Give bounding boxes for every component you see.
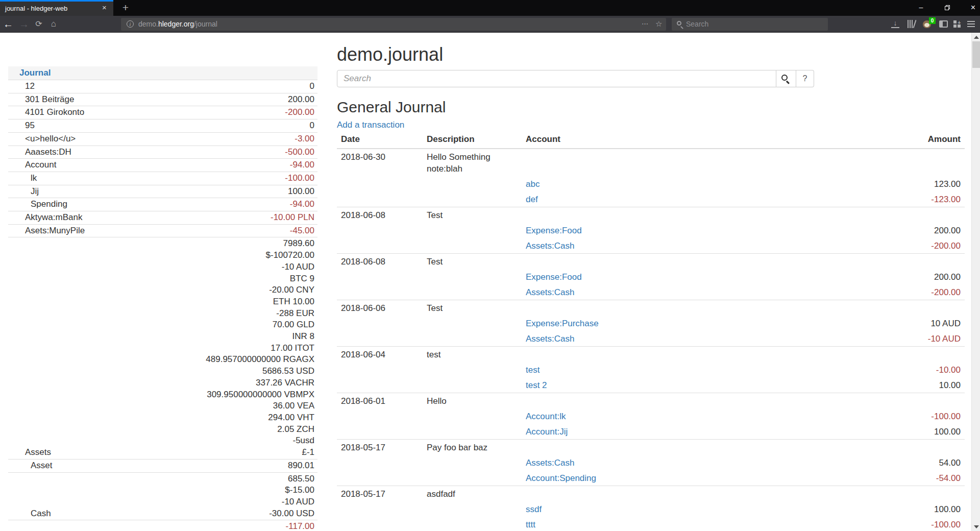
- scroll-down-icon[interactable]: [974, 525, 979, 528]
- posting-row: ssdf100.00: [337, 501, 965, 517]
- posting-amount: -10.00: [822, 362, 965, 377]
- posting-account-link[interactable]: Assets:Cash: [526, 241, 574, 251]
- sidebar-account-link[interactable]: Aaasets:DH: [25, 147, 71, 157]
- browser-search-field[interactable]: Search: [672, 18, 828, 31]
- transaction-row[interactable]: 2018-06-01Hello: [337, 393, 965, 409]
- posting-amount: 123.00: [822, 176, 965, 191]
- spacer-cell: [337, 269, 423, 284]
- transaction-date: 2018-06-01: [337, 393, 423, 409]
- window-restore-button[interactable]: [936, 0, 959, 16]
- posting-account-link[interactable]: ssdf: [526, 504, 542, 514]
- transaction-row[interactable]: 2018-06-06Test: [337, 300, 965, 316]
- journal-search-button[interactable]: [776, 70, 796, 87]
- sidebar-account-link[interactable]: Aktywa:mBank: [25, 212, 82, 222]
- search-help-button[interactable]: ?: [796, 70, 814, 87]
- tab-close-icon[interactable]: ×: [102, 3, 107, 12]
- sidebar-account-link[interactable]: <u>hello</u>: [25, 134, 76, 143]
- transaction-row[interactable]: 2018-06-08Test: [337, 254, 965, 270]
- transaction-row[interactable]: 2018-05-17Pay foo bar baz: [337, 440, 965, 455]
- forward-icon[interactable]: →: [17, 16, 31, 32]
- transaction-description: Hello Something note:blah: [423, 149, 522, 176]
- posting-account-link[interactable]: Account:Spending: [526, 473, 596, 483]
- sidebar-account-link[interactable]: 301 Beiträge: [25, 94, 74, 104]
- back-icon[interactable]: ←: [1, 16, 15, 32]
- posting-row: abc123.00: [337, 176, 965, 191]
- sidebar-account-link[interactable]: lk: [31, 173, 37, 183]
- posting-account-link[interactable]: Expense:Food: [526, 272, 582, 282]
- account-name-cell: Asset: [8, 459, 134, 472]
- posting-row: Expense:Food200.00: [337, 269, 965, 284]
- site-info-icon[interactable]: i: [127, 20, 134, 28]
- posting-account-link[interactable]: tttt: [526, 520, 535, 529]
- posting-account-link[interactable]: def: [526, 195, 538, 204]
- sidebar-account-link[interactable]: Asset: [31, 461, 53, 470]
- add-transaction-link[interactable]: Add a transaction: [337, 120, 404, 130]
- scrollbar-thumb[interactable]: [972, 41, 980, 68]
- sidebar-account-link[interactable]: Spending: [31, 199, 67, 209]
- posting-account-link[interactable]: test: [526, 365, 540, 375]
- account-balance: $-100720.00: [134, 250, 314, 261]
- sidebar-account-link[interactable]: 95: [25, 120, 35, 130]
- sidebar-account-link[interactable]: 4101 Girokonto: [25, 107, 84, 117]
- account-balance: 7989.60: [134, 238, 314, 250]
- page-title: demo.journal: [337, 44, 965, 65]
- posting-account-link[interactable]: Account:lk: [526, 412, 566, 421]
- url-bar[interactable]: i demo.hledger.org/journal ⋯ ☆: [121, 18, 666, 31]
- transaction-row[interactable]: 2018-06-30Hello Something note:blah: [337, 149, 965, 176]
- column-header-description: Description: [423, 132, 522, 149]
- bookmark-star-icon[interactable]: ☆: [655, 19, 662, 29]
- sidebar-account-row: Account-94.00: [8, 159, 317, 172]
- spacer-cell: [822, 300, 965, 316]
- spacer-cell: [522, 393, 822, 409]
- posting-account-link[interactable]: Account:Jij: [526, 427, 568, 437]
- sidebar-account-link[interactable]: 12: [25, 81, 35, 91]
- spacer-cell: [423, 331, 522, 347]
- posting-account-link[interactable]: Assets:Cash: [526, 334, 574, 344]
- sidebar-account-link[interactable]: Account: [25, 160, 56, 170]
- extension-grid-icon[interactable]: +: [953, 20, 961, 28]
- sidebar-journal-link[interactable]: Journal: [19, 68, 51, 78]
- page-scrollbar[interactable]: [971, 33, 980, 531]
- account-balance-cell: 0: [134, 119, 317, 133]
- transaction-row[interactable]: 2018-06-08Test: [337, 207, 965, 223]
- sidebar-account-link[interactable]: Assets: [25, 447, 51, 457]
- sidebar-account-row: Cash685.50$-15.00-10 AUD-30.00 USD: [8, 472, 317, 520]
- posting-amount: -10 AUD: [822, 331, 965, 347]
- spacer-cell: [337, 223, 423, 238]
- home-icon[interactable]: ⌂: [46, 16, 61, 32]
- account-balance: $-15.00: [134, 485, 314, 496]
- sidebar-toggle-icon[interactable]: [939, 20, 948, 28]
- posting-amount: -100.00: [822, 408, 965, 424]
- spacer-cell: [337, 316, 423, 331]
- reload-icon[interactable]: ⟳: [32, 16, 46, 32]
- journal-search-group: ?: [337, 70, 814, 87]
- main-column: demo.journal ? General Journal Add a tra…: [337, 33, 965, 531]
- sidebar-account-link[interactable]: Jij: [31, 186, 39, 196]
- window-minimize-button[interactable]: –: [910, 0, 933, 16]
- account-name-cell: Aktywa:mBank: [8, 211, 134, 225]
- new-tab-button[interactable]: +: [118, 1, 133, 15]
- sidebar-account-link[interactable]: Asets:MunyPile: [25, 226, 85, 235]
- posting-account-link[interactable]: Assets:Cash: [526, 458, 574, 468]
- account-balance: -30.00 USD: [134, 508, 314, 520]
- posting-account-link[interactable]: abc: [526, 179, 540, 189]
- menu-icon[interactable]: [967, 21, 975, 27]
- scroll-up-icon[interactable]: [974, 36, 979, 39]
- browser-tab[interactable]: journal - hledger-web ×: [0, 0, 113, 16]
- journal-search-input[interactable]: [337, 70, 776, 87]
- sidebar-account-link[interactable]: Cash: [31, 509, 51, 518]
- sidebar-account-row: Spending-94.00: [8, 198, 317, 211]
- page-actions-icon[interactable]: ⋯: [642, 20, 649, 28]
- window-close-button[interactable]: ×: [962, 0, 980, 16]
- transaction-description: Pay foo bar baz: [423, 440, 522, 455]
- transaction-row[interactable]: 2018-05-17asdfadf: [337, 486, 965, 502]
- posting-account-link[interactable]: test 2: [526, 380, 547, 390]
- posting-account-link[interactable]: Expense:Food: [526, 226, 582, 235]
- library-icon[interactable]: [907, 20, 916, 28]
- account-name-cell: Cash: [8, 472, 134, 520]
- transaction-row[interactable]: 2018-06-04test: [337, 347, 965, 363]
- posting-account-link[interactable]: Assets:Cash: [526, 287, 574, 297]
- posting-account-link[interactable]: Expense:Purchase: [526, 319, 599, 328]
- spacer-cell: [423, 284, 522, 300]
- downloads-icon[interactable]: ↓: [891, 19, 899, 28]
